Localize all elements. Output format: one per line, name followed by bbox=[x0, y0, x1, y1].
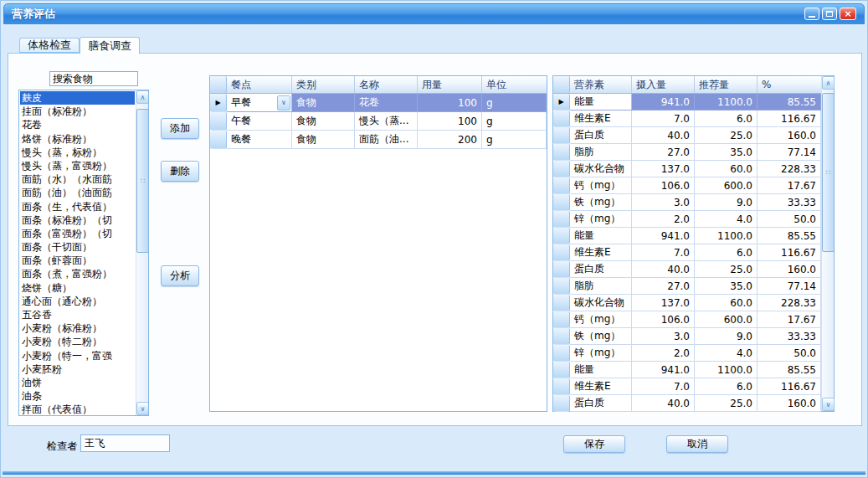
intake-cell[interactable]: 106.0 bbox=[632, 311, 695, 328]
amount-cell[interactable]: 100 bbox=[418, 94, 482, 112]
intake-cell[interactable]: 106.0 bbox=[632, 177, 695, 194]
intake-cell[interactable]: 7.0 bbox=[632, 244, 695, 261]
percent-cell[interactable]: 116.67 bbox=[758, 244, 821, 261]
nutrient-name-cell[interactable]: 铁（mg） bbox=[570, 194, 632, 211]
row-selector[interactable] bbox=[553, 144, 570, 161]
row-selector[interactable] bbox=[553, 261, 570, 278]
nutrient-name-cell[interactable]: 钙（mg） bbox=[570, 177, 632, 194]
intake-cell[interactable]: 2.0 bbox=[632, 211, 695, 228]
nutrient-grid-row[interactable]: ▶能量941.01100.085.55 bbox=[553, 94, 821, 111]
nutrient-name-cell[interactable]: 维生素E bbox=[570, 244, 632, 261]
maximize-button[interactable] bbox=[822, 8, 837, 20]
percent-cell[interactable]: 85.55 bbox=[758, 94, 821, 111]
nutrient-grid-row[interactable]: 维生素E7.06.0116.67 bbox=[553, 378, 821, 395]
intake-cell[interactable]: 2.0 bbox=[632, 345, 695, 362]
meal-grid-row[interactable]: 晚餐食物面筋（油...200g bbox=[210, 131, 547, 149]
intake-cell[interactable]: 40.0 bbox=[632, 261, 695, 278]
nutrient-name-cell[interactable]: 能量 bbox=[570, 94, 632, 111]
intake-cell[interactable]: 941.0 bbox=[632, 94, 695, 111]
nutrient-grid-row[interactable]: 维生素E7.06.0116.67 bbox=[553, 111, 821, 127]
nutrient-grid-row[interactable]: 维生素E7.06.0116.67 bbox=[553, 244, 821, 261]
nutrient-grid-row[interactable]: 脂肪27.035.077.14 bbox=[553, 278, 821, 295]
percent-cell[interactable]: 17.67 bbox=[758, 177, 821, 194]
percent-cell[interactable]: 228.33 bbox=[758, 295, 821, 311]
nutrient-grid-row[interactable]: 碳水化合物137.060.0228.33 bbox=[553, 161, 821, 177]
food-list-item[interactable]: 面条（干切面） bbox=[20, 240, 135, 254]
intake-cell[interactable]: 40.0 bbox=[632, 395, 695, 412]
intake-cell[interactable]: 137.0 bbox=[632, 295, 695, 311]
close-button[interactable]: × bbox=[840, 8, 856, 20]
row-selector[interactable] bbox=[553, 311, 570, 328]
food-list-item[interactable]: 面条（富强粉）（切 bbox=[20, 227, 135, 240]
recommended-cell[interactable]: 1100.0 bbox=[695, 94, 758, 111]
food-list-item[interactable]: 油条 bbox=[20, 389, 135, 403]
nutrient-grid-row[interactable]: 能量941.01100.085.55 bbox=[553, 362, 821, 378]
nutrient-name-cell[interactable]: 锌（mg） bbox=[570, 211, 632, 228]
percent-cell[interactable]: 17.67 bbox=[758, 311, 821, 328]
nutrient-name-cell[interactable]: 蛋白质 bbox=[570, 127, 632, 144]
food-list-item[interactable]: 面条（生，代表值） bbox=[20, 200, 135, 213]
intake-cell[interactable]: 7.0 bbox=[632, 111, 695, 127]
column-header-meal[interactable]: 餐点 bbox=[227, 76, 292, 93]
unit-cell[interactable]: g bbox=[482, 131, 547, 149]
food-list-item[interactable]: 烧饼（糖） bbox=[20, 281, 135, 295]
meal-grid-row[interactable]: 午餐食物慢头（蒸...100g bbox=[210, 112, 547, 131]
minimize-button[interactable] bbox=[804, 8, 819, 20]
nutrient-grid-row[interactable]: 钙（mg）106.0600.017.67 bbox=[553, 311, 821, 328]
intake-cell[interactable]: 3.0 bbox=[632, 328, 695, 345]
food-list-item[interactable]: 烙饼（标准粉） bbox=[20, 132, 135, 146]
percent-cell[interactable]: 33.33 bbox=[758, 328, 821, 345]
chevron-down-icon[interactable]: ∨ bbox=[277, 95, 290, 111]
category-cell[interactable]: 食物 bbox=[292, 94, 355, 112]
nutrient-grid-scrollbar[interactable]: ∧ ∷ ∨ bbox=[821, 76, 834, 411]
examiner-input[interactable] bbox=[80, 434, 170, 452]
row-selector[interactable] bbox=[553, 194, 570, 211]
nutrient-grid-row[interactable]: 能量941.01100.085.55 bbox=[553, 228, 821, 244]
recommended-cell[interactable]: 60.0 bbox=[695, 161, 758, 177]
row-selector[interactable] bbox=[553, 244, 570, 261]
recommended-cell[interactable]: 4.0 bbox=[695, 345, 758, 362]
meal-cell-combobox[interactable]: 早餐∨ bbox=[227, 94, 292, 112]
intake-cell[interactable]: 40.0 bbox=[632, 127, 695, 144]
food-list-item[interactable]: 通心面（通心粉） bbox=[20, 295, 135, 308]
nutrient-grid-row[interactable]: 碳水化合物137.060.0228.33 bbox=[553, 295, 821, 311]
food-list-item[interactable]: 五谷香 bbox=[20, 308, 135, 321]
nutrient-name-cell[interactable]: 铁（mg） bbox=[570, 328, 632, 345]
nutrient-name-cell[interactable]: 能量 bbox=[570, 228, 632, 244]
column-header-recommended[interactable]: 推荐量 bbox=[695, 76, 758, 93]
meal-cell[interactable]: 晚餐 bbox=[227, 131, 292, 149]
recommended-cell[interactable]: 1100.0 bbox=[695, 362, 758, 378]
food-list-item[interactable]: 小麦粉（特二粉） bbox=[20, 335, 135, 348]
row-selector[interactable]: ▶ bbox=[210, 94, 227, 112]
nutrient-name-cell[interactable]: 脂肪 bbox=[570, 144, 632, 161]
combobox[interactable]: 早餐∨ bbox=[227, 94, 291, 111]
percent-cell[interactable]: 228.33 bbox=[758, 161, 821, 177]
nutrient-grid-row[interactable]: 铁（mg）3.09.033.33 bbox=[553, 328, 821, 345]
cancel-button[interactable]: 取消 bbox=[666, 435, 728, 453]
nutrient-name-cell[interactable]: 蛋白质 bbox=[570, 395, 632, 412]
nutrient-grid-row[interactable]: 铁（mg）3.09.033.33 bbox=[553, 194, 821, 211]
nutrient-name-cell[interactable]: 脂肪 bbox=[570, 278, 632, 295]
add-button[interactable]: 添加 bbox=[161, 118, 199, 139]
amount-cell[interactable]: 100 bbox=[418, 112, 482, 131]
scroll-up-button[interactable]: ∧ bbox=[136, 90, 149, 104]
food-list-item[interactable]: 慢头（蒸，富强粉） bbox=[20, 159, 135, 172]
percent-cell[interactable]: 77.14 bbox=[758, 144, 821, 161]
food-list-item[interactable]: 面条（标准粉）（切 bbox=[20, 213, 135, 227]
nutrient-grid-row[interactable]: 蛋白质40.025.0160.0 bbox=[553, 261, 821, 278]
scroll-down-button[interactable]: ∨ bbox=[136, 402, 149, 415]
column-header-category[interactable]: 类别 bbox=[292, 76, 355, 93]
unit-cell[interactable]: g bbox=[482, 112, 547, 131]
row-selector[interactable] bbox=[553, 278, 570, 295]
food-list-item[interactable]: 挂面（标准粉） bbox=[20, 105, 135, 118]
name-cell[interactable]: 花卷 bbox=[355, 94, 418, 112]
intake-cell[interactable]: 941.0 bbox=[632, 362, 695, 378]
unit-cell[interactable]: g bbox=[482, 94, 547, 112]
food-list-item[interactable]: 小麦粉（标准粉） bbox=[20, 321, 135, 335]
nutrient-grid-row[interactable]: 锌（mg）2.04.050.0 bbox=[553, 211, 821, 228]
nutrient-grid-row[interactable]: 钙（mg）106.0600.017.67 bbox=[553, 177, 821, 194]
intake-cell[interactable]: 27.0 bbox=[632, 278, 695, 295]
row-selector[interactable] bbox=[553, 228, 570, 244]
tab-physical-exam[interactable]: 体格检查 bbox=[19, 38, 80, 54]
recommended-cell[interactable]: 6.0 bbox=[695, 378, 758, 395]
